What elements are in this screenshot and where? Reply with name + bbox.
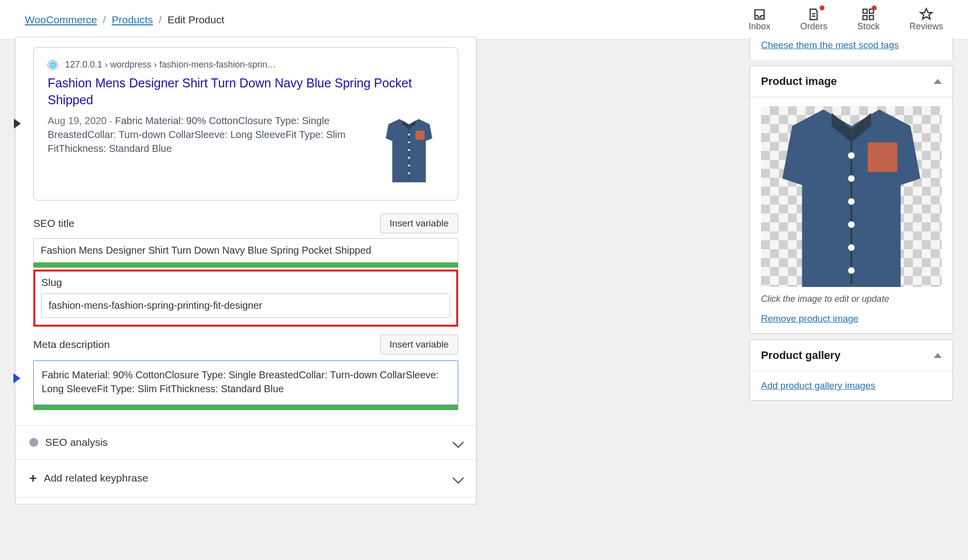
content-area: 🌐 127.0.0.1 › wordpress › fashion-mens-f…	[0, 40, 968, 504]
sidebar-column: Cheese them the mest scod tags Product i…	[750, 40, 963, 504]
product-image-body: Click the image to edit or update Remove…	[750, 97, 953, 333]
chevron-down-icon	[453, 436, 464, 448]
notification-dot-icon	[872, 5, 877, 10]
slug-highlight-box: Slug	[33, 270, 458, 327]
seo-title-input[interactable]	[33, 238, 458, 263]
product-gallery-title: Product gallery	[761, 349, 840, 362]
svg-point-15	[848, 175, 854, 182]
seo-analysis-label: SEO analysis	[45, 436, 108, 448]
breadcrumb-root[interactable]: WooCommerce	[25, 14, 97, 25]
meta-expand-toggle[interactable]	[13, 373, 20, 383]
mobile-preview-toggle[interactable]	[14, 119, 21, 129]
product-image-caption: Click the image to edit or update	[761, 294, 942, 304]
svg-rect-2	[863, 15, 867, 19]
top-bar: WooCommerce / Products / Edit Product In…	[0, 0, 968, 40]
seo-analysis-accordion[interactable]: SEO analysis	[15, 425, 476, 459]
nav-inbox[interactable]: Inbox	[749, 7, 770, 32]
insert-variable-button[interactable]: Insert variable	[380, 213, 458, 233]
product-gallery-title-row[interactable]: Product gallery	[750, 340, 953, 371]
seo-title-label: SEO title	[33, 217, 74, 229]
breadcrumb: WooCommerce / Products / Edit Product	[25, 14, 224, 26]
main-column: 🌐 127.0.0.1 › wordpress › fashion-mens-f…	[5, 40, 486, 504]
nav-orders[interactable]: Orders	[800, 7, 828, 32]
add-keyphrase-label: Add related keyphrase	[44, 472, 148, 484]
svg-point-8	[408, 149, 410, 151]
svg-rect-3	[870, 15, 874, 19]
tags-panel-truncated: Cheese them the mest scod tags	[750, 37, 953, 60]
seo-panel: 🌐 127.0.0.1 › wordpress › fashion-mens-f…	[15, 37, 477, 504]
snippet-thumbnail	[374, 114, 444, 188]
nav-stock-label: Stock	[857, 21, 880, 32]
status-dot-icon	[29, 438, 38, 447]
nav-reviews-label: Reviews	[909, 21, 943, 32]
seo-title-row: SEO title Insert variable	[33, 213, 458, 233]
orders-icon	[807, 7, 821, 21]
plus-icon: +	[29, 471, 37, 486]
accordion-stub	[15, 497, 476, 504]
svg-rect-4	[415, 131, 424, 140]
add-gallery-images-link[interactable]: Add product gallery images	[761, 380, 875, 391]
meta-desc-wrapper: Fabric Material: 90% CottonClosure Type:…	[33, 360, 458, 410]
product-image-title-row[interactable]: Product image	[750, 66, 953, 97]
inbox-icon	[753, 7, 766, 21]
globe-icon: 🌐	[48, 60, 58, 70]
chevron-down-icon	[453, 473, 464, 484]
snippet-path-row: 🌐 127.0.0.1 › wordpress › fashion-mens-f…	[48, 60, 444, 70]
svg-point-6	[408, 134, 410, 136]
breadcrumb-sep: /	[159, 14, 162, 25]
svg-rect-0	[863, 9, 867, 13]
meta-desc-input[interactable]: Fabric Material: 90% CottonClosure Type:…	[33, 360, 458, 405]
breadcrumb-section[interactable]: Products	[112, 14, 153, 25]
seo-title-progress	[33, 263, 458, 268]
svg-point-14	[848, 152, 854, 159]
snippet-preview: 🌐 127.0.0.1 › wordpress › fashion-mens-f…	[33, 47, 458, 201]
add-keyphrase-accordion[interactable]: + Add related keyphrase	[15, 459, 476, 497]
product-gallery-body: Add product gallery images	[750, 371, 953, 400]
meta-desc-label: Meta description	[33, 339, 110, 350]
snippet-path: 127.0.0.1 › wordpress › fashion-mens-fas…	[65, 60, 276, 70]
snippet-title: Fashion Mens Designer Shirt Turn Down Na…	[48, 75, 444, 109]
meta-desc-row: Meta description Insert variable	[33, 335, 458, 354]
remove-product-image-link[interactable]: Remove product image	[761, 313, 858, 324]
svg-point-9	[408, 157, 410, 159]
product-image-thumbnail[interactable]	[761, 106, 942, 287]
top-right-nav: Inbox Orders Stock Reviews	[749, 7, 943, 32]
svg-point-18	[848, 244, 854, 251]
svg-point-19	[848, 267, 854, 274]
svg-point-7	[408, 141, 410, 143]
shirt-icon	[761, 106, 942, 287]
shirt-icon	[377, 115, 441, 187]
collapse-icon	[934, 353, 942, 358]
svg-point-16	[848, 198, 854, 205]
breadcrumb-current: Edit Product	[167, 14, 224, 25]
product-image-title: Product image	[761, 75, 837, 88]
snippet-date: Aug 19, 2020	[48, 115, 107, 126]
nav-inbox-label: Inbox	[749, 21, 770, 32]
reviews-icon	[919, 7, 933, 21]
snippet-sep: ·	[110, 115, 115, 126]
svg-point-17	[848, 221, 854, 228]
svg-point-10	[408, 165, 410, 167]
meta-desc-progress	[33, 405, 458, 410]
product-image-panel: Product image Click the image to edit or…	[750, 66, 953, 334]
seo-panel-content: 🌐 127.0.0.1 › wordpress › fashion-mens-f…	[15, 37, 476, 425]
snippet-body: Aug 19, 2020 · Fabric Material: 90% Cott…	[48, 114, 444, 188]
insert-variable-button-meta[interactable]: Insert variable	[380, 335, 458, 354]
product-gallery-panel: Product gallery Add product gallery imag…	[750, 340, 953, 401]
snippet-description: Aug 19, 2020 · Fabric Material: 90% Cott…	[48, 114, 362, 188]
breadcrumb-sep: /	[103, 14, 106, 25]
svg-rect-12	[868, 142, 898, 172]
slug-label: Slug	[41, 277, 62, 288]
collapse-icon	[934, 79, 942, 84]
svg-point-11	[408, 172, 410, 174]
slug-input[interactable]	[41, 293, 450, 318]
nav-stock[interactable]: Stock	[857, 7, 880, 32]
nav-orders-label: Orders	[800, 21, 828, 32]
tags-truncated-link[interactable]: Cheese them the mest scod tags	[761, 40, 899, 51]
notification-dot-icon	[820, 5, 825, 10]
nav-reviews[interactable]: Reviews	[909, 7, 943, 32]
